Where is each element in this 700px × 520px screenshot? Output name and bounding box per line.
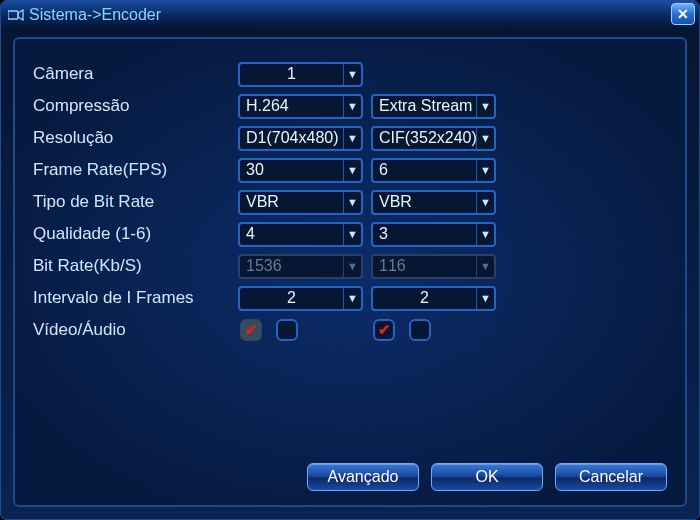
bitrate-type-extra-select[interactable]: VBR ▼ [371,190,496,215]
window-title: Sistema->Encoder [29,6,161,24]
chevron-down-icon: ▼ [343,256,361,277]
chevron-down-icon: ▼ [476,192,494,213]
quality-extra-select[interactable]: 3 ▼ [371,222,496,247]
bitrate-type-main-select[interactable]: VBR ▼ [238,190,363,215]
chevron-down-icon: ▼ [476,288,494,309]
resolution-main-value: D1(704x480) [240,129,343,147]
label-bitrate-type: Tipo de Bit Rate [33,192,238,212]
advanced-button[interactable]: Avançado [307,463,419,491]
app-icon [7,8,25,22]
chevron-down-icon: ▼ [343,160,361,181]
bitrate-main-value: 1536 [240,257,343,275]
main-av-group [238,319,363,341]
quality-main-select[interactable]: 4 ▼ [238,222,363,247]
row-bitrate: Bit Rate(Kb/S) 1536 ▼ 116 ▼ [33,251,667,281]
ok-button[interactable]: OK [431,463,543,491]
label-resolution: Resolução [33,128,238,148]
chevron-down-icon: ▼ [476,96,494,117]
encoder-window: Sistema->Encoder ✕ Câmera 1 ▼ Compressão… [0,0,700,520]
close-button[interactable]: ✕ [671,3,695,25]
label-iframe: Intervalo de I Frames [33,288,238,308]
label-compression: Compressão [33,96,238,116]
svg-rect-0 [8,11,18,19]
resolution-main-select[interactable]: D1(704x480) ▼ [238,126,363,151]
resolution-extra-value: CIF(352x240) [373,129,476,147]
iframe-main-select[interactable]: 2 ▼ [238,286,363,311]
row-resolution: Resolução D1(704x480) ▼ CIF(352x240) ▼ [33,123,667,153]
chevron-down-icon: ▼ [343,288,361,309]
chevron-down-icon: ▼ [343,96,361,117]
label-camera: Câmera [33,64,238,84]
row-video-audio: Vídeo/Áudio [33,315,667,345]
framerate-main-select[interactable]: 30 ▼ [238,158,363,183]
chevron-down-icon: ▼ [476,128,494,149]
quality-extra-value: 3 [373,225,476,243]
chevron-down-icon: ▼ [343,128,361,149]
main-video-checkbox[interactable] [240,319,262,341]
label-quality: Qualidade (1-6) [33,224,238,244]
camera-value: 1 [240,65,343,83]
framerate-extra-select[interactable]: 6 ▼ [371,158,496,183]
compression-select[interactable]: H.264 ▼ [238,94,363,119]
extra-video-checkbox[interactable] [373,319,395,341]
label-framerate: Frame Rate(FPS) [33,160,238,180]
bitrate-main-select: 1536 ▼ [238,254,363,279]
chevron-down-icon: ▼ [343,224,361,245]
bitrate-extra-select: 116 ▼ [371,254,496,279]
chevron-down-icon: ▼ [476,224,494,245]
chevron-down-icon: ▼ [476,160,494,181]
quality-main-value: 4 [240,225,343,243]
row-camera: Câmera 1 ▼ [33,59,667,89]
bitrate-type-main-value: VBR [240,193,343,211]
row-compression: Compressão H.264 ▼ Extra Stream ▼ [33,91,667,121]
row-bitrate-type: Tipo de Bit Rate VBR ▼ VBR ▼ [33,187,667,217]
compression-value: H.264 [240,97,343,115]
close-icon: ✕ [677,6,689,22]
resolution-extra-select[interactable]: CIF(352x240) ▼ [371,126,496,151]
bitrate-type-extra-value: VBR [373,193,476,211]
bitrate-extra-value: 116 [373,257,476,275]
chevron-down-icon: ▼ [476,256,494,277]
row-iframe: Intervalo de I Frames 2 ▼ 2 ▼ [33,283,667,313]
titlebar: Sistema->Encoder ✕ [1,1,699,29]
button-row: Avançado OK Cancelar [307,463,667,491]
client-area: Câmera 1 ▼ Compressão H.264 ▼ Extra Stre… [13,37,687,507]
extra-stream-select[interactable]: Extra Stream ▼ [371,94,496,119]
iframe-main-value: 2 [240,289,343,307]
row-quality: Qualidade (1-6) 4 ▼ 3 ▼ [33,219,667,249]
chevron-down-icon: ▼ [343,192,361,213]
iframe-extra-select[interactable]: 2 ▼ [371,286,496,311]
main-audio-checkbox[interactable] [276,319,298,341]
label-bitrate: Bit Rate(Kb/S) [33,256,238,276]
extra-stream-value: Extra Stream [373,97,476,115]
camera-select[interactable]: 1 ▼ [238,62,363,87]
label-video-audio: Vídeo/Áudio [33,320,238,340]
extra-av-group [371,319,496,341]
framerate-extra-value: 6 [373,161,476,179]
extra-audio-checkbox[interactable] [409,319,431,341]
cancel-button[interactable]: Cancelar [555,463,667,491]
chevron-down-icon: ▼ [343,64,361,85]
framerate-main-value: 30 [240,161,343,179]
row-framerate: Frame Rate(FPS) 30 ▼ 6 ▼ [33,155,667,185]
iframe-extra-value: 2 [373,289,476,307]
